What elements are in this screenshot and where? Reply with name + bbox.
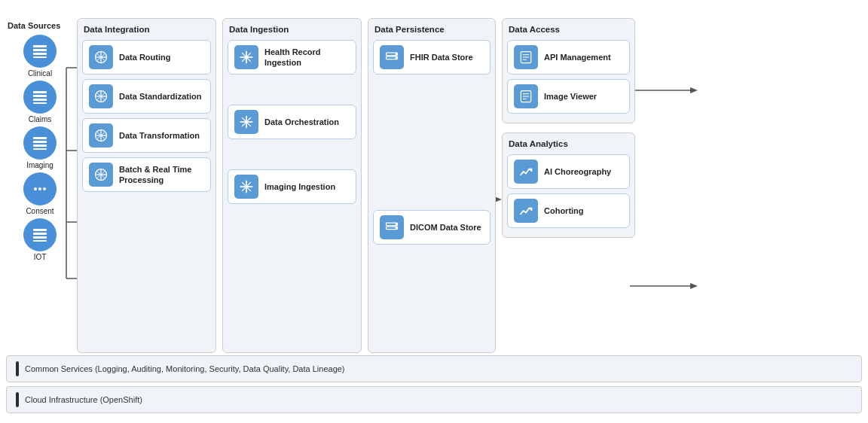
dicom-data-store-label: DICOM Data Store bbox=[410, 222, 481, 233]
bottom-bars: Common Services (Logging, Auditing, Moni… bbox=[6, 355, 862, 417]
service-batch-realtime: Batch & Real Time Processing bbox=[82, 157, 211, 192]
data-standardization-icon bbox=[89, 84, 113, 108]
ai-choreography-label: AI Choreography bbox=[544, 166, 611, 177]
service-data-orchestration: Data Orchestration bbox=[228, 105, 356, 139]
service-imaging-ingestion: Imaging Ingestion bbox=[228, 169, 356, 204]
clinical-label: Clinical bbox=[28, 69, 52, 78]
api-management-icon bbox=[514, 45, 538, 69]
clinical-icon bbox=[23, 35, 57, 68]
svg-rect-10 bbox=[33, 145, 47, 147]
health-record-ingestion-label: Health Record Ingestion bbox=[264, 47, 350, 68]
data-sources-column: Data Sources Clinical Claims Imaging bbox=[6, 8, 74, 264]
svg-rect-3 bbox=[33, 56, 47, 58]
image-viewer-label: Image Viewer bbox=[544, 91, 597, 102]
svg-rect-5 bbox=[33, 95, 47, 97]
data-transformation-icon bbox=[89, 123, 113, 148]
data-transformation-label: Data Transformation bbox=[119, 130, 200, 141]
claims-icon bbox=[23, 81, 57, 114]
service-health-record-ingestion: Health Record Ingestion bbox=[228, 40, 356, 75]
data-orchestration-icon bbox=[234, 110, 258, 134]
health-record-ingestion-icon bbox=[234, 45, 258, 69]
svg-rect-6 bbox=[33, 99, 47, 101]
service-api-management: API Management bbox=[507, 40, 630, 75]
image-viewer-icon bbox=[514, 84, 538, 108]
data-access-panel: Data Access API Management Image Viewer bbox=[502, 18, 635, 123]
api-management-label: API Management bbox=[544, 52, 611, 62]
svg-point-70 bbox=[396, 57, 398, 59]
data-ingestion-panel: Data Ingestion Health Record Ingestion D… bbox=[222, 18, 362, 353]
cohorting-label: Cohorting bbox=[544, 205, 584, 216]
data-integration-panel: Data Integration Data Routing Data Stand… bbox=[77, 18, 216, 353]
fhir-data-store-icon bbox=[380, 45, 404, 69]
cloud-infra-accent bbox=[16, 392, 19, 407]
service-dicom-data-store: DICOM Data Store bbox=[373, 210, 491, 245]
svg-rect-8 bbox=[33, 137, 47, 139]
svg-rect-4 bbox=[33, 91, 47, 93]
service-data-transformation: Data Transformation bbox=[82, 118, 211, 153]
claims-label: Claims bbox=[29, 115, 52, 123]
dicom-data-store-icon bbox=[380, 215, 404, 239]
svg-point-73 bbox=[396, 224, 398, 226]
data-orchestration-label: Data Orchestration bbox=[264, 117, 339, 127]
common-services-accent bbox=[16, 361, 19, 376]
service-fhir-data-store: FHIR Data Store bbox=[373, 40, 491, 75]
data-persistence-title: Data Persistence bbox=[373, 25, 491, 34]
data-standardization-label: Data Standardization bbox=[119, 91, 201, 102]
svg-rect-9 bbox=[33, 141, 47, 143]
data-routing-icon bbox=[89, 45, 113, 69]
iot-icon bbox=[23, 218, 57, 251]
data-ingestion-title: Data Ingestion bbox=[228, 25, 356, 34]
batch-realtime-label: Batch & Real Time Processing bbox=[119, 164, 204, 186]
data-access-title: Data Access bbox=[507, 25, 630, 34]
svg-rect-16 bbox=[33, 233, 47, 235]
service-data-routing: Data Routing bbox=[82, 40, 211, 75]
common-services-bar: Common Services (Logging, Auditing, Moni… bbox=[6, 355, 862, 382]
imaging-ingestion-label: Imaging Ingestion bbox=[264, 181, 335, 192]
data-source-consent: Consent bbox=[23, 172, 57, 215]
svg-rect-2 bbox=[33, 53, 47, 55]
data-integration-title: Data Integration bbox=[82, 25, 211, 34]
service-image-viewer: Image Viewer bbox=[507, 79, 630, 114]
svg-rect-0 bbox=[33, 45, 47, 47]
imaging-label: Imaging bbox=[26, 161, 53, 169]
data-sources-title: Data Sources bbox=[6, 21, 74, 30]
data-analytics-title: Data Analytics bbox=[507, 139, 630, 148]
svg-point-13 bbox=[38, 187, 41, 190]
svg-point-14 bbox=[43, 187, 46, 190]
imaging-icon bbox=[23, 126, 57, 160]
data-analytics-panel: Data Analytics AI Choreography Cohorting bbox=[502, 132, 635, 238]
data-source-clinical: Clinical bbox=[23, 35, 57, 78]
svg-point-12 bbox=[34, 187, 37, 190]
data-persistence-panel: Data Persistence FHIR Data Store DICOM D… bbox=[368, 18, 496, 353]
service-cohorting: Cohorting bbox=[507, 193, 630, 228]
iot-label: IOT bbox=[34, 253, 47, 261]
svg-rect-7 bbox=[33, 102, 47, 104]
common-services-label: Common Services (Logging, Auditing, Moni… bbox=[25, 364, 345, 373]
data-source-imaging: Imaging bbox=[23, 126, 57, 169]
svg-point-74 bbox=[396, 227, 398, 230]
svg-rect-17 bbox=[33, 236, 47, 239]
ai-choreography-icon bbox=[514, 160, 538, 184]
consent-icon bbox=[23, 172, 57, 205]
svg-point-69 bbox=[396, 53, 398, 56]
svg-rect-18 bbox=[33, 240, 47, 242]
imaging-ingestion-icon bbox=[234, 175, 258, 199]
data-routing-label: Data Routing bbox=[119, 52, 170, 62]
fhir-data-store-label: FHIR Data Store bbox=[410, 52, 473, 62]
svg-rect-15 bbox=[33, 229, 47, 231]
cloud-infra-bar: Cloud Infrastructure (OpenShift) bbox=[6, 386, 862, 413]
cohorting-icon bbox=[514, 199, 538, 223]
data-source-iot: IOT bbox=[23, 218, 57, 261]
consent-label: Consent bbox=[26, 207, 53, 215]
service-ai-choreography: AI Choreography bbox=[507, 154, 630, 189]
cloud-infra-label: Cloud Infrastructure (OpenShift) bbox=[25, 395, 142, 404]
diagram-container: Data Sources Clinical Claims Imaging bbox=[0, 0, 868, 423]
svg-rect-11 bbox=[33, 148, 47, 150]
svg-rect-1 bbox=[33, 49, 47, 51]
data-source-claims: Claims bbox=[23, 81, 57, 123]
batch-realtime-icon bbox=[89, 163, 113, 187]
service-data-standardization: Data Standardization bbox=[82, 79, 211, 114]
